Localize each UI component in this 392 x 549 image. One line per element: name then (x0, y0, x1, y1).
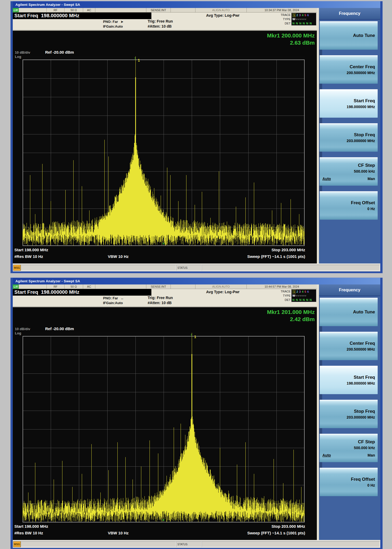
menu-title: Frequency (319, 8, 380, 20)
trace-types: WWWWWW (291, 17, 316, 21)
det-row-label: DET (279, 22, 291, 25)
center-freq-button[interactable]: Center Freq200.500000 MHz (320, 55, 378, 84)
trace-numbers: 123456 (291, 289, 316, 293)
status-spacer (95, 284, 146, 289)
type-active: W (292, 18, 295, 21)
button-value: 198.000000 MHz (347, 104, 375, 109)
cf-step-button[interactable]: CF Step500.000 kHzAutoMan (320, 434, 378, 462)
avg-type-label: Avg Type: Log-Pwr (206, 13, 240, 18)
analyzer-window: Agilent Spectrum Analyzer - Swept SA LXI… (11, 1, 382, 273)
status-spacer (95, 8, 146, 12)
marker-peak-icon: ↑ (134, 56, 136, 61)
status-sense: SENSE:INT (146, 8, 171, 12)
det-row-label: DET (279, 298, 291, 301)
attenuation-label: #Atten: 10 dB (148, 24, 172, 28)
cf-step-man-option[interactable]: Man (368, 453, 375, 457)
pno-label: PNO: Far➤ (103, 20, 123, 24)
status-impedance: 50 Ω (65, 8, 83, 12)
vbw-annotation: VBW 10 Hz (108, 531, 129, 535)
menu-title: Frequency (319, 284, 380, 296)
status-datetime: 10:34:37 PM Mar 08, 2024 (247, 8, 317, 12)
button-label: Freq Offset (351, 200, 375, 206)
cf-step-button[interactable]: CF Step500.000 kHzAutoMan (320, 157, 378, 186)
center-freq-button[interactable]: Center Freq200.500000 MHz (320, 332, 378, 360)
marker-freq: Mkr1 200.000 MHz (267, 32, 315, 39)
cf-step-auto-option[interactable]: Auto (322, 453, 331, 457)
start-freq-button[interactable]: Start Freq198.000000 MHz (320, 366, 378, 394)
trace-status-table: TRACE123456 TYPEWWWWWW DETNNNNNN (279, 13, 316, 25)
freq-offset-button[interactable]: Freq Offset0 Hz (320, 468, 378, 496)
start-freq-annotation: Start 198.000 MHz (14, 524, 48, 529)
pno-text: PNO: Far (103, 296, 118, 300)
marker-amplitude: 2.63 dBm (267, 39, 315, 46)
status-spacer (19, 8, 47, 12)
cf-step-man-option[interactable]: Man (368, 177, 375, 181)
status-spacer (171, 284, 195, 289)
status-coupling: AC (83, 8, 95, 12)
button-label: Stop Freq (354, 408, 375, 415)
marker-number: 1 (138, 58, 140, 62)
status-spacer (171, 8, 195, 12)
button-label: Freq Offset (351, 476, 375, 483)
window-titlebar[interactable]: Agilent Spectrum Analyzer - Swept SA (13, 1, 380, 8)
marker-readout: Mkr1 200.000 MHz 2.63 dBm (267, 32, 315, 46)
marker-amplitude: 2.42 dBm (267, 316, 315, 323)
vbw-annotation: VBW 10 Hz (108, 254, 129, 259)
status-strip: LXI RF 50 Ω AC SENSE:INT ALIGN AUTO 10:4… (13, 284, 317, 289)
avg-type-label: Avg Type: Log-Pwr (206, 290, 240, 294)
status-sense: SENSE:INT (146, 284, 171, 289)
button-label: Auto Tune (353, 309, 375, 315)
cf-step-auto-option[interactable]: Auto (322, 177, 331, 181)
auto-tune-button[interactable]: Auto Tune (320, 298, 378, 326)
start-freq-button[interactable]: Start Freq198.000000 MHz (320, 89, 378, 118)
status-cell: STATUS (176, 541, 202, 547)
type-active: W (292, 294, 295, 297)
auto-tune-button[interactable]: Auto Tune (320, 21, 378, 50)
stop-freq-button[interactable]: Stop Freq203.000000 MHz (320, 123, 378, 152)
status-message-cell (202, 541, 380, 547)
marker-peak-icon: ↑ (190, 333, 192, 337)
stop-freq-button[interactable]: Stop Freq203.000000 MHz (320, 400, 378, 428)
status-spacer (19, 284, 47, 289)
type-others: WWWWW (295, 295, 306, 297)
status-cell: STATUS (176, 265, 202, 271)
status-datetime: 10:44:57 PM Mar 08, 2024 (247, 284, 317, 289)
status-rf: RF (47, 8, 65, 12)
trigger-label: Trig: Free Run (148, 19, 173, 23)
spectrum-canvas[interactable] (23, 56, 305, 247)
button-label: CF Step (358, 162, 375, 169)
marker-readout: Mkr1 201.000 MHz 2.42 dBm (267, 308, 315, 323)
trace-status-table: TRACE123456 TYPEWWWWWW DETNNNNNN (279, 289, 316, 302)
analyzer-window: Agilent Spectrum Analyzer - Swept SA LXI… (11, 278, 382, 549)
button-value: 0 Hz (367, 483, 375, 488)
status-strip: LXI RF 50 Ω AC SENSE:INT ALIGN AUTO 10:3… (13, 8, 317, 12)
button-value: 200.500000 MHz (347, 70, 375, 75)
softkey-menu: Frequency Auto Tune Center Freq200.50000… (317, 8, 380, 263)
trace-row-label: TRACE (279, 13, 291, 16)
settings-band: Start Freq 198.000000 MHz Avg Type: Log-… (13, 289, 317, 306)
button-value: 200.500000 MHz (347, 347, 375, 352)
window-title: Agilent Spectrum Analyzer - Swept SA (15, 3, 80, 7)
active-function-readout: Start Freq 198.000000 MHz (13, 12, 151, 19)
plot-area: Mkr1 201.000 MHz 2.42 dBm 10 dB/div Log … (13, 307, 317, 540)
settings-band: Start Freq 198.000000 MHz Avg Type: Log-… (13, 12, 317, 29)
start-freq-annotation: Start 198.000 MHz (14, 248, 48, 252)
rbw-annotation: #Res BW 10 Hz (14, 531, 43, 535)
trace-numbers: 123456 (291, 13, 316, 17)
message-cell (21, 541, 176, 547)
spectrum-canvas[interactable] (23, 332, 305, 523)
button-value: 500.000 kHz (354, 445, 375, 450)
stop-freq-annotation: Stop 203.000 MHz (271, 524, 305, 529)
status-rf: RF (47, 284, 65, 289)
lxi-badge: LXI (13, 284, 19, 289)
button-label: Start Freq (354, 98, 375, 104)
pno-label: PNO: Far↔ (103, 296, 124, 300)
rbw-annotation: #Res BW 10 Hz (14, 254, 43, 259)
sweep-annotation: Sweep (FFT) ~14.1 s (1001 pts) (247, 531, 305, 535)
trace-row-label: TRACE (279, 290, 291, 293)
msg-badge: MSG (13, 541, 21, 547)
status-align: ALIGN AUTO (195, 284, 247, 289)
freq-offset-button[interactable]: Freq Offset0 Hz (320, 191, 378, 220)
window-titlebar[interactable]: Agilent Spectrum Analyzer - Swept SA (13, 278, 380, 284)
status-align: ALIGN AUTO (195, 8, 247, 12)
